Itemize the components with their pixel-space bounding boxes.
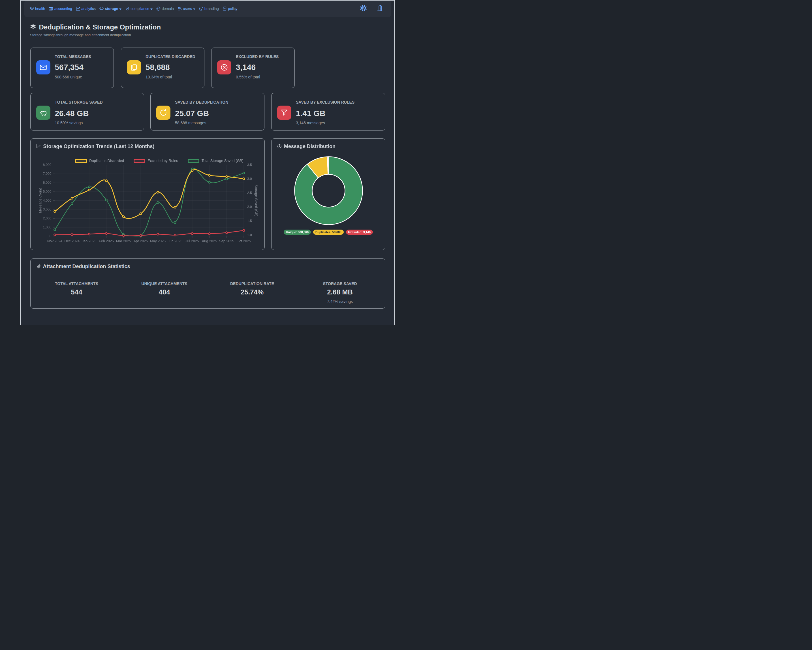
nav-item-label: compliance <box>131 6 149 11</box>
x-circle-icon <box>221 64 228 71</box>
attachment-stat-label: DEDUPLICATION RATE <box>208 282 296 286</box>
trend-chart-card: Storage Optimization Trends (Last 12 Mon… <box>30 139 265 250</box>
table-icon <box>49 6 53 11</box>
stat-card-subtext: 508,666 unique <box>55 75 82 79</box>
attachment-stat-value: 404 <box>121 289 208 296</box>
nav-item-branding[interactable]: branding <box>197 6 221 11</box>
distribution-card-title: Message Distribution <box>284 143 336 150</box>
funnel-icon-tile <box>277 105 292 120</box>
caret-down-icon <box>193 9 195 10</box>
nav-item-label: accounting <box>54 6 72 11</box>
stat-card: TOTAL MESSAGES567,354508,666 unique <box>30 47 114 88</box>
nav-items: healthaccountinganalyticsstoragecomplian… <box>28 6 360 11</box>
legend-entry[interactable]: Excluded by Rules <box>134 159 178 163</box>
journal-text-icon <box>223 6 227 11</box>
attachment-stat: UNIQUE ATTACHMENTS404 <box>121 259 208 308</box>
attachment-stat: TOTAL ATTACHMENTS544 <box>33 259 121 308</box>
navbar: healthaccountinganalyticsstoragecomplian… <box>24 1 391 17</box>
stat-card-label: DUPLICATES DISCARDED <box>145 55 195 59</box>
distribution-badge: Excluded: 3,146 <box>346 230 373 235</box>
trend-card-title: Storage Optimization Trends (Last 12 Mon… <box>43 143 154 150</box>
legend-label: Total Storage Saved (GB) <box>201 159 243 163</box>
browser-window: healthaccountinganalyticsstoragecomplian… <box>20 0 395 325</box>
attachment-stat-label: STORAGE SAVED <box>296 282 384 286</box>
attachments-card: Attachment Deduplication Statistics TOTA… <box>30 258 385 308</box>
stat-card-label: TOTAL MESSAGES <box>55 55 91 59</box>
page-title: Deduplication & Storage Optimization <box>39 24 161 31</box>
distribution-badge: Unique: 508,666 <box>284 230 311 235</box>
stat-card-subtext: 58,688 messages <box>175 121 206 125</box>
nav-item-label: storage <box>105 6 118 11</box>
attachment-stat: STORAGE SAVED2.68 MB7.42% savings <box>296 259 384 308</box>
nav-item-analytics[interactable]: analytics <box>74 6 98 11</box>
stat-card-value: 58,688 <box>145 63 170 71</box>
nav-item-label: branding <box>205 6 219 11</box>
stat-card-subtext: 0.55% of total <box>236 75 260 79</box>
caret-down-icon <box>150 9 153 10</box>
legend-swatch <box>134 159 145 163</box>
nav-item-label: health <box>35 6 45 11</box>
stat-card-value: 25.07 GB <box>175 110 209 117</box>
nav-item-label: policy <box>228 6 237 11</box>
trend-chart-legend: Duplicates DiscardedExcluded by RulesTot… <box>55 159 264 163</box>
logout-button[interactable] <box>376 5 383 13</box>
distribution-badge: Duplicates: 58,688 <box>313 230 344 235</box>
pie-chart-icon <box>277 144 282 149</box>
attachment-stat-subtext: 7.42% savings <box>296 299 384 304</box>
stat-card: TOTAL STORAGE SAVED26.48 GB10.59% saving… <box>30 93 144 131</box>
palette-icon <box>199 6 203 11</box>
gear-icon <box>360 5 367 13</box>
stat-card-subtext: 10.34% of total <box>145 75 172 79</box>
nav-item-domain[interactable]: domain <box>154 6 176 11</box>
stat-card-value: 3,146 <box>236 63 256 71</box>
page-title-row: Deduplication & Storage Optimization <box>30 24 161 31</box>
stat-card-label: TOTAL STORAGE SAVED <box>55 100 103 104</box>
piggy-bank-icon <box>40 109 47 116</box>
arrow-repeat-icon <box>160 109 167 116</box>
globe-icon <box>156 6 160 11</box>
attachment-stat-label: TOTAL ATTACHMENTS <box>33 282 121 286</box>
attachment-stat: DEDUPLICATION RATE25.74% <box>208 259 296 308</box>
stat-card-label: SAVED BY DEDUPLICATION <box>175 100 228 104</box>
distribution-legend: Unique: 508,666Duplicates: 58,688Exclude… <box>272 230 385 235</box>
nav-actions <box>360 5 385 13</box>
stat-card: EXCLUDED BY RULES3,1460.55% of total <box>211 47 295 88</box>
stat-card-value: 567,354 <box>55 63 84 71</box>
nav-item-users[interactable]: users <box>176 6 197 11</box>
settings-button[interactable] <box>360 5 367 13</box>
distribution-card: Message Distribution Unique: 508,666Dupl… <box>271 139 385 250</box>
attachment-stat-value: 2.68 MB <box>296 289 384 296</box>
nav-item-health[interactable]: health <box>28 6 47 11</box>
legend-swatch <box>188 159 199 163</box>
attachments-stats: TOTAL ATTACHMENTS544UNIQUE ATTACHMENTS40… <box>31 259 385 308</box>
stat-card-value: 1.41 GB <box>296 110 325 117</box>
copy-icon-tile <box>127 60 141 75</box>
graph-icon <box>76 6 80 11</box>
copy-icon <box>130 64 137 71</box>
legend-entry[interactable]: Duplicates Discarded <box>75 159 124 163</box>
nav-item-storage[interactable]: storage <box>98 6 123 11</box>
legend-entry[interactable]: Total Storage Saved (GB) <box>188 159 243 163</box>
stat-card: DUPLICATES DISCARDED58,68810.34% of tota… <box>121 47 205 88</box>
shield-check-icon <box>125 6 130 11</box>
heart-pulse-icon <box>30 6 34 11</box>
stat-card: SAVED BY DEDUPLICATION25.07 GB58,688 mes… <box>150 93 264 131</box>
stat-card-label: SAVED BY EXCLUSION RULES <box>296 100 354 104</box>
caret-down-icon <box>119 9 121 10</box>
funnel-icon <box>281 109 288 116</box>
trend-line-chart <box>31 139 265 250</box>
door-open-icon <box>376 5 383 13</box>
piggy-bank-icon-tile <box>36 105 50 120</box>
nav-item-compliance[interactable]: compliance <box>123 6 154 11</box>
nav-item-accounting[interactable]: accounting <box>47 6 74 11</box>
envelope-icon-tile <box>36 60 50 75</box>
stat-card: SAVED BY EXCLUSION RULES1.41 GB3,146 mes… <box>271 93 385 131</box>
nav-item-label: domain <box>162 6 174 11</box>
stat-card-label: EXCLUDED BY RULES <box>236 55 279 59</box>
stat-card-subtext: 3,146 messages <box>296 121 325 125</box>
nav-item-policy[interactable]: policy <box>221 6 239 11</box>
legend-swatch <box>75 159 87 163</box>
nav-item-label: analytics <box>81 6 96 11</box>
trend-card-title-row: Storage Optimization Trends (Last 12 Mon… <box>36 143 154 150</box>
hdd-icon <box>99 6 104 11</box>
